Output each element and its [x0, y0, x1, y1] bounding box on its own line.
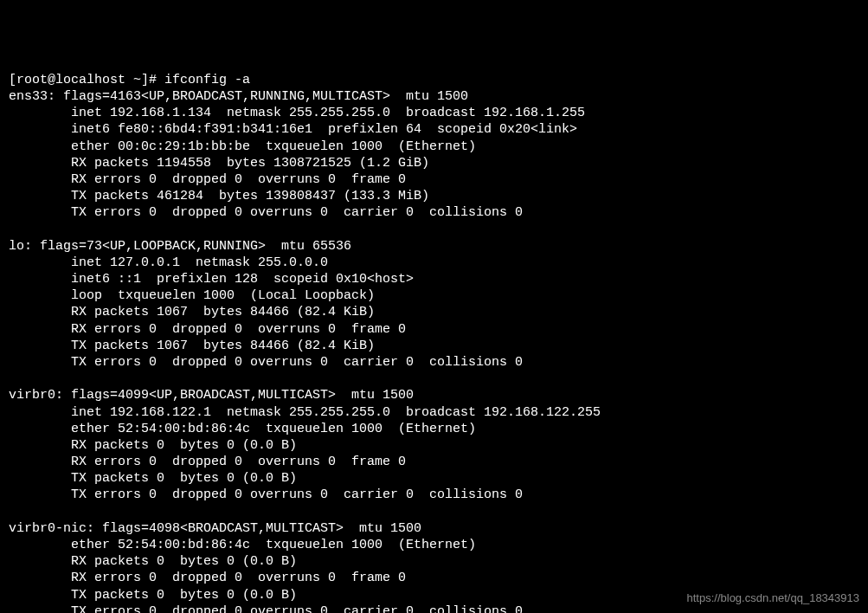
ens33-txe: TX errors 0 dropped 0 overruns 0 carrier… [9, 205, 523, 220]
command: ifconfig -a [164, 73, 250, 87]
virbr0-inet: inet 192.168.122.1 netmask 255.255.255.0… [9, 405, 601, 420]
lo-txe: TX errors 0 dropped 0 overruns 0 carrier… [9, 355, 523, 370]
lo-header: lo: flags=73<UP,LOOPBACK,RUNNING> mtu 65… [9, 239, 351, 254]
virbr0-header: virbr0: flags=4099<UP,BROADCAST,MULTICAS… [9, 388, 414, 403]
terminal-output: [root@localhost ~]# ifconfig -a ens33: f… [9, 72, 859, 613]
ens33-inet: inet 192.168.1.134 netmask 255.255.255.0… [9, 106, 585, 120]
ens33-rxp: RX packets 1194558 bytes 1308721525 (1.2… [9, 156, 429, 171]
virbr0nic-rxp: RX packets 0 bytes 0 (0.0 B) [9, 554, 297, 569]
ens33-ether: ether 00:0c:29:1b:bb:be txqueuelen 1000 … [9, 139, 476, 154]
virbr0nic-header: virbr0-nic: flags=4098<BROADCAST,MULTICA… [9, 521, 421, 536]
virbr0-txp: TX packets 0 bytes 0 (0.0 B) [9, 471, 297, 486]
lo-txp: TX packets 1067 bytes 84466 (82.4 KiB) [9, 339, 375, 353]
virbr0-ether: ether 52:54:00:bd:86:4c txqueuelen 1000 … [9, 422, 476, 436]
prompt: [root@localhost ~]# [9, 73, 164, 87]
virbr0nic-rxe: RX errors 0 dropped 0 overruns 0 frame 0 [9, 571, 406, 585]
virbr0nic-ether: ether 52:54:00:bd:86:4c txqueuelen 1000 … [9, 538, 476, 552]
watermark: https://blog.csdn.net/qq_18343913 [687, 591, 860, 606]
ens33-rxe: RX errors 0 dropped 0 overruns 0 frame 0 [9, 172, 406, 187]
virbr0nic-txp: TX packets 0 bytes 0 (0.0 B) [9, 588, 297, 603]
virbr0-txe: TX errors 0 dropped 0 overruns 0 carrier… [9, 487, 523, 502]
lo-inet: inet 127.0.0.1 netmask 255.0.0.0 [9, 255, 328, 270]
virbr0-rxe: RX errors 0 dropped 0 overruns 0 frame 0 [9, 455, 406, 469]
lo-loop: loop txqueuelen 1000 (Local Loopback) [9, 288, 375, 303]
lo-rxp: RX packets 1067 bytes 84466 (82.4 KiB) [9, 305, 375, 319]
lo-inet6: inet6 ::1 prefixlen 128 scopeid 0x10<hos… [9, 272, 414, 287]
ens33-txp: TX packets 461284 bytes 139808437 (133.3… [9, 189, 429, 203]
virbr0nic-txe: TX errors 0 dropped 0 overruns 0 carrier… [9, 604, 523, 613]
virbr0-rxp: RX packets 0 bytes 0 (0.0 B) [9, 438, 297, 453]
lo-rxe: RX errors 0 dropped 0 overruns 0 frame 0 [9, 322, 406, 337]
ens33-header: ens33: flags=4163<UP,BROADCAST,RUNNING,M… [9, 89, 468, 104]
ens33-inet6: inet6 fe80::6bd4:f391:b341:16e1 prefixle… [9, 122, 577, 137]
